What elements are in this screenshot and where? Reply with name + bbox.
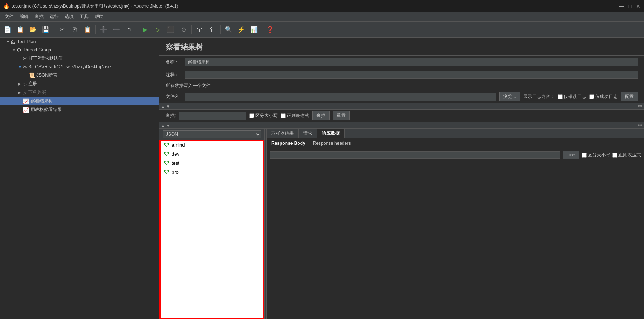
remove-button[interactable]: ➖ — [110, 24, 122, 36]
csv-read-icon: ✂ — [23, 64, 27, 70]
tree-arrow: ▶ — [18, 82, 23, 86]
http-defaults-icon: ✂ — [23, 56, 27, 62]
clear-all-button[interactable]: 🗑 — [206, 24, 218, 36]
results-left: JSON Text XML HTML 🛡 amind — [159, 129, 265, 319]
tree-item-json-assert[interactable]: 📜 JSON断言 — [0, 71, 159, 80]
list-item-dev[interactable]: 🛡 dev — [159, 149, 264, 158]
regex-checkbox[interactable] — [281, 113, 286, 118]
error-only-checkbox[interactable] — [558, 94, 563, 99]
register-icon: ▷ — [23, 81, 27, 87]
help-button[interactable]: ❓ — [264, 24, 276, 36]
toolbar-sep-2 — [95, 25, 96, 34]
save-button[interactable]: 💾 — [40, 24, 52, 36]
resp-case-checkbox[interactable] — [582, 153, 587, 158]
menu-run[interactable]: 运行 — [47, 13, 62, 21]
remote-start-button[interactable]: ⚡ — [235, 24, 247, 36]
cut-button[interactable]: ✂ — [56, 24, 68, 36]
tree-arrow: ▼ — [18, 65, 23, 69]
resp-search-input[interactable] — [270, 151, 560, 159]
file-input[interactable] — [185, 93, 496, 101]
search-row: 查找: 区分大小写 正则表达式 查找 重置 — [159, 110, 644, 122]
up-arrow-icon-1[interactable]: ▲ — [161, 104, 165, 108]
up-arrow-icon-2[interactable]: ▲ — [161, 123, 165, 128]
list-item-pro[interactable]: 🛡 pro — [159, 167, 264, 176]
maximize-button[interactable]: □ — [627, 3, 633, 9]
config-button[interactable]: 配置 — [621, 92, 638, 101]
toolbar-sep-5 — [220, 25, 221, 34]
find-button[interactable]: 🔍 — [223, 24, 235, 36]
close-button[interactable]: ✕ — [636, 3, 641, 9]
success-only-checkbox-label: 仅成功日志 — [589, 93, 618, 100]
tree-item-http-defaults[interactable]: ✂ HTTP请求默认值 — [0, 54, 159, 63]
reset-button[interactable]: 重置 — [333, 111, 350, 120]
order-icon: ▷ — [23, 90, 27, 96]
tree-label-order: 下单购买 — [28, 89, 46, 96]
list-item-test[interactable]: 🛡 test — [159, 158, 264, 167]
menu-options[interactable]: 选项 — [62, 13, 77, 21]
json-dropdown-row: JSON Text XML HTML — [159, 129, 264, 140]
open-button[interactable]: 📂 — [27, 24, 39, 36]
resp-regex-text: 正则表达式 — [618, 152, 641, 158]
tab-response-body[interactable]: Response Body — [270, 140, 307, 147]
tree-item-csv-read[interactable]: ▼ ✂ ${_CSVRead(C:\Users\hzxy\Desktop\use — [0, 63, 159, 71]
add-button[interactable]: ➕ — [98, 24, 110, 36]
app-icon: 🔥 — [3, 3, 9, 9]
tab-response-headers[interactable]: Response headers — [311, 140, 352, 147]
template-button[interactable]: 📋 — [14, 24, 26, 36]
resp-find-button[interactable]: Find — [563, 151, 579, 159]
stop-button[interactable]: ⬛ — [165, 24, 177, 36]
error-only-label: 仅错误日志 — [564, 93, 586, 100]
tree-item-order[interactable]: ▶ ▷ 下单购买 — [0, 88, 159, 97]
copy-button[interactable]: ⎘ — [69, 24, 81, 36]
browse-button[interactable]: 浏览... — [499, 92, 520, 101]
menu-help[interactable]: 帮助 — [92, 13, 107, 21]
clear-button[interactable]: 🗑 — [194, 24, 206, 36]
tree-item-view-results[interactable]: 📈 察看结果树 — [0, 97, 159, 105]
menu-tools[interactable]: 工具 — [77, 13, 92, 21]
divider-dots-2: ••• — [638, 123, 642, 128]
comment-input[interactable] — [185, 71, 638, 79]
start-button[interactable]: ▶ — [139, 24, 151, 36]
resp-body-tabs: Response Body Response headers — [267, 138, 644, 149]
success-only-checkbox[interactable] — [589, 94, 594, 99]
title-bar: 🔥 tester.jmx (C:\Users\hzxy\Desktop\测试专用… — [0, 0, 644, 12]
format-select[interactable]: JSON Text XML HTML — [163, 130, 261, 138]
toolbar-sep-1 — [54, 25, 54, 34]
test-plan-icon: 🗂 — [11, 39, 16, 45]
tree-item-table-results[interactable]: 📈 用表格察看结果 — [0, 105, 159, 114]
tree-item-register[interactable]: ▶ ▷ 注册 — [0, 80, 159, 88]
panel-title: 察看结果树 — [159, 38, 644, 56]
down-arrow-icon-1[interactable]: ▼ — [166, 104, 170, 108]
resp-case-text: 区分大小写 — [588, 152, 610, 158]
minimize-button[interactable]: — — [619, 3, 624, 9]
menu-find[interactable]: 查找 — [32, 13, 47, 21]
menu-edit[interactable]: 编辑 — [17, 13, 32, 21]
search-input[interactable] — [179, 112, 246, 120]
menu-file[interactable]: 文件 — [2, 13, 17, 21]
new-button[interactable]: 📄 — [2, 24, 14, 36]
undo-button[interactable]: ↰ — [123, 24, 135, 36]
find-button[interactable]: 查找 — [312, 111, 330, 120]
list-label-test: test — [172, 160, 179, 166]
log-viewer-button[interactable]: 📊 — [248, 24, 260, 36]
case-sensitive-text: 区分大小写 — [255, 113, 278, 119]
tab-sampler-result[interactable]: 取样器结果 — [267, 129, 299, 138]
paste-button[interactable]: 📋 — [81, 24, 93, 36]
tree-item-test-plan[interactable]: ▼ 🗂 Test Plan — [0, 38, 159, 46]
list-label-amind: amind — [172, 142, 185, 148]
tree-item-thread-group[interactable]: ▼ ⚙ Thread Group — [0, 46, 159, 54]
down-arrow-icon-2[interactable]: ▼ — [166, 123, 170, 128]
shutdown-button[interactable]: ⊙ — [178, 24, 190, 36]
log-content-label: 显示日志内容： — [523, 93, 555, 100]
list-item-amind[interactable]: 🛡 amind — [159, 140, 264, 149]
case-sensitive-checkbox[interactable] — [249, 113, 254, 118]
menu-bar: 文件 编辑 查找 运行 选项 工具 帮助 — [0, 12, 644, 22]
tab-request[interactable]: 请求 — [299, 129, 317, 138]
resp-regex-checkbox[interactable] — [612, 153, 617, 158]
list-label-pro: pro — [172, 169, 179, 175]
toolbar-sep-6 — [262, 25, 262, 34]
tree-label-thread-group: Thread Group — [23, 47, 51, 53]
name-input[interactable] — [185, 58, 638, 66]
start-no-pauses-button[interactable]: ▷ — [152, 24, 164, 36]
tab-response-data[interactable]: 响应数据 — [317, 129, 345, 138]
